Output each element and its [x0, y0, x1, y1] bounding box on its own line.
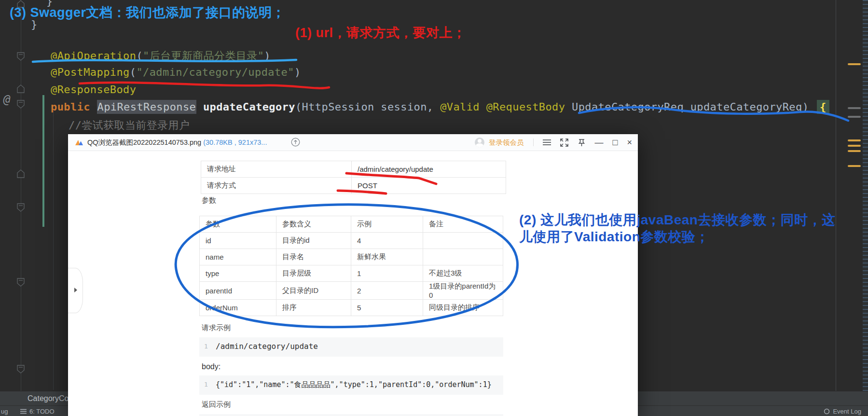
table-cell: 请求方式 [201, 178, 352, 194]
code-token: "后台更新商品分类目录" [143, 50, 264, 62]
param-table-cell: 目录层级 [276, 265, 351, 282]
error-stripe-mark[interactable] [848, 139, 861, 141]
body-label: body: [202, 362, 220, 371]
error-stripe-mark[interactable] [848, 165, 861, 167]
table-cell: 请求地址 [201, 161, 352, 178]
request-example-label: 请求示例 [202, 323, 231, 333]
event-log-button[interactable]: Event Log [824, 408, 861, 415]
fold-marker-icon[interactable] [17, 53, 24, 60]
viewer-filename: QQ浏览器截图20220225140753.png (30.78KB , 921… [87, 138, 267, 147]
note-2-javabean: (2) 这儿我们也使用javaBean去接收参数；同时，这 儿使用了Valida… [519, 211, 835, 245]
fold-marker-icon[interactable] [17, 365, 24, 373]
viewer-titlebar[interactable]: QQ浏览器截图20220225140753.png (30.78KB , 921… [68, 134, 638, 151]
param-table-cell: 1级目录的parentId为0 [423, 282, 503, 300]
fold-marker-icon[interactable] [17, 85, 24, 93]
debug-frame-tab[interactable]: CategoryCo [28, 394, 69, 403]
login-member-link[interactable]: 登录领会员 [489, 138, 524, 147]
note-3-swagger: (3) Swagger文档：我们也添加了接口的说明； [10, 4, 285, 21]
file-meta-text: (30.78KB , 921x73... [203, 139, 267, 146]
code-token: ) [264, 50, 271, 62]
close-button[interactable]: × [627, 138, 632, 147]
todo-label: 6: TODO [29, 408, 55, 415]
minimize-button[interactable]: — [595, 138, 604, 147]
code-line: @PostMapping("/admin/category/update") [51, 66, 301, 80]
param-table-row: orderNum排序5同级目录的排序 [200, 300, 503, 316]
param-table-cell: 同级目录的排序 [423, 300, 503, 316]
code-token: @RequestBody [486, 101, 572, 113]
param-table-cell: 新鲜水果 [351, 249, 423, 265]
code-token: ) [802, 101, 815, 113]
param-table-cell: 不超过3级 [423, 265, 503, 282]
titlebar-divider [533, 139, 534, 146]
request-info-table: 请求地址 /admin/category/update 请求方式 POST [201, 161, 506, 194]
indent-guide [53, 111, 54, 390]
fold-marker-icon[interactable] [17, 170, 24, 178]
fold-marker-icon[interactable] [17, 204, 24, 211]
param-table-header-cell: 示例 [351, 216, 423, 233]
code-line: public ApiRestResponse updateCategory(Ht… [51, 101, 829, 114]
scrollbar-minimap[interactable] [863, 0, 868, 391]
fullscreen-icon[interactable] [560, 139, 568, 147]
fold-marker-icon[interactable] [17, 100, 24, 108]
code-token: @ApiOperation [51, 50, 136, 62]
maximize-button[interactable]: □ [613, 138, 618, 147]
params-section-label: 参数 [202, 196, 216, 205]
user-avatar[interactable] [475, 138, 484, 147]
param-table-row: type目录层级1不超过3级 [200, 265, 503, 282]
code-token: UpdateCategoryReq updateCategoryReq [572, 101, 802, 113]
line-number: 1 [204, 343, 208, 350]
pin-icon[interactable] [578, 139, 586, 147]
param-table-row: parentId父目录的ID21级目录的parentId为0 [200, 282, 503, 300]
param-table-cell: type [200, 265, 276, 282]
param-table-cell: 2 [351, 282, 423, 300]
code-token: ( [130, 66, 137, 78]
code-token: @ResponseBody [51, 83, 136, 96]
line-number: 1 [204, 381, 208, 388]
response-example-label: 返回示例 [202, 400, 231, 409]
param-table-cell: 排序 [276, 300, 351, 316]
code-token: ( [295, 101, 302, 113]
param-table-cell: 4 [351, 233, 423, 249]
body-json-code: {"id":"1","name":"食品品品品","type":1,"paren… [216, 380, 492, 389]
menu-icon[interactable] [543, 139, 551, 146]
request-example-codeblock: 1 /admin/category/update [199, 337, 503, 357]
param-table-header-cell: 参数含义 [276, 216, 351, 233]
upload-icon[interactable] [291, 138, 300, 147]
request-example-code: /admin/category/update [216, 342, 318, 351]
error-stripe-mark[interactable] [848, 116, 861, 118]
code-token: "/admin/category/update" [136, 66, 294, 78]
response-example-codeblock [199, 414, 503, 416]
error-stripe-mark[interactable] [848, 107, 861, 109]
code-comment: //尝试获取当前登录用户 [69, 118, 190, 133]
table-row: 请求地址 /admin/category/update [201, 161, 506, 178]
fold-marker-icon[interactable] [17, 278, 24, 286]
code-token: HttpSession session, [302, 101, 441, 113]
param-table-header-cell: 参数 [200, 216, 276, 233]
chevron-right-icon [74, 288, 77, 292]
status-text-fragment: ug [1, 408, 8, 415]
param-table-cell: parentId [200, 282, 276, 300]
param-table-cell: 目录的id [276, 233, 351, 249]
param-table-row: id目录的id4 [200, 233, 503, 249]
code-line: @ResponseBody [51, 83, 136, 97]
code-token: ) [294, 66, 301, 78]
note-2-line-1: (2) 这儿我们也使用javaBean去接收参数；同时，这 [519, 211, 835, 228]
code-token: @Valid [440, 101, 486, 113]
screen: @ } } @ApiOperation("后台更新商品分类目录") @PostM… [0, 0, 868, 416]
table-cell: /admin/category/update [352, 161, 506, 178]
event-log-icon [824, 408, 830, 415]
table-row: 请求方式 POST [201, 178, 506, 194]
param-table-row: name目录名新鲜水果 [200, 249, 503, 265]
param-table-cell: name [200, 249, 276, 265]
code-line: @ApiOperation("后台更新商品分类目录") [51, 49, 271, 62]
todo-tool-window-button[interactable]: 6: TODO [20, 408, 55, 415]
vcs-change-bar [42, 95, 44, 227]
gutter-annotation-symbol: @ [3, 93, 10, 106]
param-table-header-cell: 备注 [423, 216, 503, 233]
error-stripe-mark[interactable] [848, 150, 861, 152]
error-stripe-mark[interactable] [848, 145, 861, 147]
parameters-table: 参数参数含义示例备注id目录的id4name目录名新鲜水果type目录层级1不超… [199, 216, 503, 316]
viewer-sidebar-toggle[interactable] [68, 268, 83, 313]
error-stripe-mark[interactable] [848, 63, 861, 65]
param-table-cell: 父目录的ID [276, 282, 351, 300]
